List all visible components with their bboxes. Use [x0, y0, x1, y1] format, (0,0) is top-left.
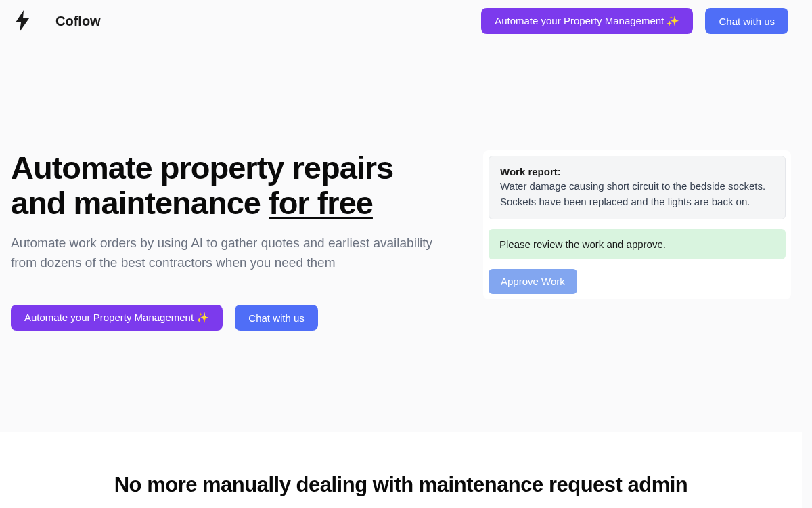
hero-automate-button[interactable]: Automate your Property Management ✨: [11, 305, 223, 331]
lightning-icon: [14, 10, 31, 32]
review-box: Please review the work and approve.: [489, 229, 786, 259]
hero-left: Automate property repairs and maintenanc…: [11, 150, 443, 331]
hero-title-line1: Automate property repairs: [11, 150, 393, 186]
brand: Coflow: [14, 10, 101, 32]
hero-subtitle: Automate work orders by using AI to gath…: [11, 234, 443, 272]
hero-buttons: Automate your Property Management ✨ Chat…: [11, 305, 443, 331]
review-text: Please review the work and approve.: [499, 238, 775, 250]
section-two-title: No more manually dealing with maintenanc…: [14, 473, 788, 497]
work-report-box: Work report: Water damage causing short …: [489, 156, 786, 219]
hero-chat-button[interactable]: Chat with us: [235, 305, 318, 331]
work-widget: Work report: Water damage causing short …: [483, 150, 791, 299]
hero-title-underline: for free: [269, 185, 373, 221]
hero-title-line2-prefix: and maintenance: [11, 185, 269, 221]
brand-name: Coflow: [55, 14, 101, 29]
header-buttons: Automate your Property Management ✨ Chat…: [481, 8, 788, 34]
approve-work-button[interactable]: Approve Work: [489, 269, 577, 294]
work-report-text: Water damage causing short circuit to th…: [500, 179, 774, 209]
work-report-label: Work report:: [500, 166, 774, 177]
header: Coflow Automate your Property Management…: [0, 0, 802, 42]
section-two: No more manually dealing with maintenanc…: [0, 432, 802, 508]
hero-section: Automate property repairs and maintenanc…: [0, 42, 802, 432]
chat-button[interactable]: Chat with us: [705, 8, 788, 34]
automate-button[interactable]: Automate your Property Management ✨: [481, 8, 693, 34]
hero-title: Automate property repairs and maintenanc…: [11, 150, 443, 220]
